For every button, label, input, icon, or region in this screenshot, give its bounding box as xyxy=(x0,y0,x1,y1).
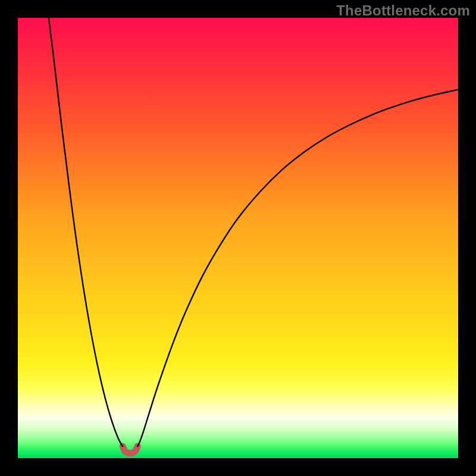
chart-container: TheBottleneck.com xyxy=(0,0,476,476)
watermark-text: TheBottleneck.com xyxy=(336,2,470,19)
chart-plot xyxy=(18,18,458,458)
chart-background xyxy=(18,18,458,458)
